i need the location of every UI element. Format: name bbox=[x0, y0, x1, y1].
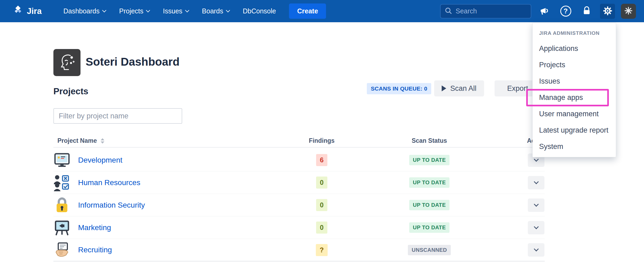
status-badge: UP TO DATE bbox=[409, 200, 450, 210]
create-button[interactable]: Create bbox=[289, 3, 326, 19]
table-row-marketing: Marketing 0 UP TO DATE bbox=[53, 216, 545, 239]
chevron-down-icon bbox=[534, 224, 539, 229]
findings-cell: 0 bbox=[306, 199, 338, 211]
chevron-down-icon bbox=[146, 8, 150, 13]
admin-menu-item-label: System bbox=[539, 143, 563, 151]
findings-cell: 6 bbox=[306, 154, 338, 166]
scans-in-queue-badge: SCANS IN QUEUE: 0 bbox=[367, 83, 431, 94]
admin-menu-item-label: Latest upgrade report bbox=[539, 126, 608, 134]
jira-administration-menu: JIRA ADMINISTRATION Applications Project… bbox=[532, 23, 616, 157]
scan-all-button[interactable]: Scan All bbox=[434, 80, 484, 96]
findings-badge: 0 bbox=[316, 222, 327, 234]
soteri-app-logo bbox=[53, 49, 80, 76]
jira-brand[interactable]: Jira bbox=[12, 5, 42, 17]
admin-menu-item-latest-upgrade-report[interactable]: Latest upgrade report bbox=[533, 122, 616, 138]
status-cell: UNSCANNED bbox=[402, 245, 456, 255]
projects-table: Development 6 UP TO DATE Human Resources bbox=[53, 149, 545, 261]
settings-button[interactable] bbox=[600, 4, 615, 19]
chevron-down-icon bbox=[534, 202, 539, 207]
status-badge: UP TO DATE bbox=[409, 155, 450, 165]
admin-menu-item-system[interactable]: System bbox=[533, 138, 616, 155]
admin-menu-item-manage-apps[interactable]: Manage apps bbox=[533, 89, 616, 106]
main-nav: Dashboards Projects Issues Boards DbCons… bbox=[57, 0, 283, 22]
table-header-divider bbox=[53, 147, 545, 148]
nav-item-label: Dashboards bbox=[63, 7, 100, 15]
findings-cell: 0 bbox=[306, 177, 338, 189]
gear-icon bbox=[602, 5, 613, 17]
nav-item-projects[interactable]: Projects bbox=[112, 0, 156, 22]
search-input[interactable] bbox=[456, 7, 527, 15]
navbar-right: ? bbox=[440, 4, 636, 19]
project-link[interactable]: Information Security bbox=[78, 201, 145, 209]
column-header-findings: Findings bbox=[295, 137, 349, 144]
status-cell: UP TO DATE bbox=[402, 222, 456, 233]
security-button[interactable] bbox=[579, 4, 594, 19]
page-title: Soteri Dashboard bbox=[86, 55, 180, 68]
nav-item-boards[interactable]: Boards bbox=[195, 0, 236, 22]
pinwheel-avatar-icon bbox=[624, 6, 633, 16]
recruiting-project-icon bbox=[53, 241, 71, 258]
export-label: Export bbox=[507, 84, 528, 93]
sort-icon bbox=[101, 138, 104, 144]
project-link[interactable]: Marketing bbox=[78, 223, 111, 232]
information-security-project-icon bbox=[53, 197, 71, 214]
chevron-down-icon bbox=[226, 8, 230, 13]
findings-badge: 0 bbox=[316, 177, 327, 189]
admin-menu-item-issues[interactable]: Issues bbox=[533, 73, 616, 89]
row-actions-button[interactable] bbox=[528, 176, 544, 189]
admin-menu-item-label: Issues bbox=[539, 77, 560, 85]
status-cell: UP TO DATE bbox=[402, 200, 456, 210]
column-header-label: Project Name bbox=[57, 137, 97, 144]
admin-menu-item-user-management[interactable]: User management bbox=[533, 106, 616, 122]
findings-badge: 6 bbox=[316, 154, 327, 166]
nav-item-dashboards[interactable]: Dashboards bbox=[57, 0, 112, 22]
admin-menu-item-label: Manage apps bbox=[539, 93, 583, 102]
search-icon bbox=[444, 7, 452, 16]
row-actions-button[interactable] bbox=[528, 221, 544, 234]
announcement-icon bbox=[539, 5, 550, 17]
chevron-down-icon bbox=[534, 246, 539, 251]
column-header-project-name[interactable]: Project Name bbox=[57, 137, 104, 144]
admin-menu-item-label: Applications bbox=[539, 44, 578, 53]
chevron-down-icon bbox=[185, 8, 189, 13]
jira-logo-icon bbox=[12, 5, 24, 17]
admin-menu-item-applications[interactable]: Applications bbox=[533, 40, 616, 57]
nav-item-label: DbConsole bbox=[243, 7, 276, 15]
marketing-project-icon bbox=[53, 219, 71, 236]
chevron-down-icon bbox=[102, 8, 107, 13]
admin-menu-item-label: User management bbox=[539, 110, 599, 118]
nav-item-label: Projects bbox=[119, 7, 143, 15]
chevron-down-icon bbox=[534, 179, 539, 184]
status-badge: UNSCANNED bbox=[408, 245, 451, 255]
global-search[interactable] bbox=[440, 4, 531, 18]
table-row-human-resources: Human Resources 0 UP TO DATE bbox=[53, 171, 545, 194]
help-button[interactable]: ? bbox=[558, 4, 573, 19]
findings-cell: 0 bbox=[306, 222, 338, 234]
top-navbar: Jira Dashboards Projects Issues Boards D… bbox=[0, 0, 644, 22]
project-filter-input[interactable] bbox=[53, 108, 182, 124]
lock-icon bbox=[582, 6, 592, 17]
user-avatar[interactable] bbox=[621, 4, 636, 19]
row-actions-button[interactable] bbox=[528, 243, 544, 257]
chevron-down-icon bbox=[534, 157, 539, 162]
admin-menu-heading: JIRA ADMINISTRATION bbox=[533, 27, 616, 40]
project-link[interactable]: Development bbox=[78, 156, 122, 164]
project-link[interactable]: Human Resources bbox=[78, 178, 140, 187]
status-cell: UP TO DATE bbox=[402, 155, 456, 165]
findings-badge: 0 bbox=[316, 199, 327, 211]
nav-item-issues[interactable]: Issues bbox=[156, 0, 195, 22]
development-project-icon bbox=[53, 152, 71, 169]
announcement-button[interactable] bbox=[537, 4, 552, 19]
help-icon: ? bbox=[560, 6, 571, 17]
human-resources-project-icon bbox=[53, 174, 71, 191]
findings-badge: ? bbox=[316, 244, 327, 256]
admin-menu-item-projects[interactable]: Projects bbox=[533, 57, 616, 73]
projects-section-heading: Projects bbox=[53, 86, 88, 96]
row-actions-button[interactable] bbox=[528, 198, 544, 212]
status-cell: UP TO DATE bbox=[402, 177, 456, 188]
project-link[interactable]: Recruiting bbox=[78, 246, 112, 254]
brand-name: Jira bbox=[27, 6, 42, 16]
status-badge: UP TO DATE bbox=[409, 222, 450, 233]
admin-menu-item-label: Projects bbox=[539, 61, 565, 69]
nav-item-dbconsole[interactable]: DbConsole bbox=[236, 0, 283, 22]
